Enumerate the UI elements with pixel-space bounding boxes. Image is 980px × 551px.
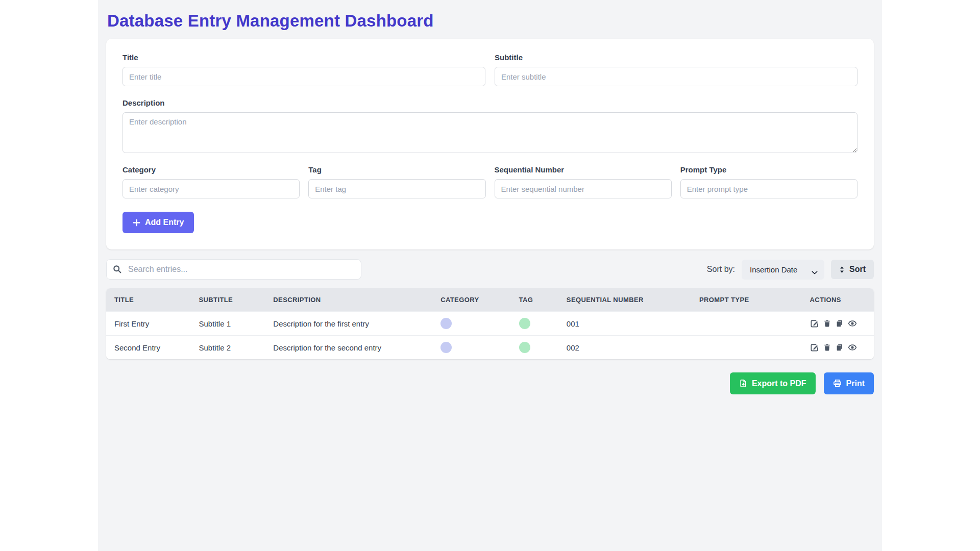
footer-actions: Export to PDF Print bbox=[106, 372, 874, 394]
search-sort-toolbar: Sort by: Insertion Date Sort bbox=[106, 259, 874, 280]
header-tag: TAG bbox=[511, 288, 558, 312]
add-entry-button[interactable]: Add Entry bbox=[122, 212, 194, 233]
edit-button[interactable] bbox=[810, 343, 819, 352]
cell-category bbox=[432, 336, 510, 360]
sequential-number-field-group: Sequential Number bbox=[495, 165, 672, 198]
prompt-type-field-group: Prompt Type bbox=[680, 165, 857, 198]
view-button[interactable] bbox=[848, 319, 857, 328]
category-field-group: Category bbox=[122, 165, 300, 198]
header-title: TITLE bbox=[106, 288, 190, 312]
search-box bbox=[106, 259, 361, 280]
entries-table-card: TITLE SUBTITLE DESCRIPTION CATEGORY TAG … bbox=[106, 288, 874, 359]
search-icon bbox=[113, 265, 121, 276]
search-input[interactable] bbox=[106, 259, 361, 280]
header-description: DESCRIPTION bbox=[265, 288, 432, 312]
edit-icon bbox=[810, 319, 819, 328]
copy-button[interactable] bbox=[836, 343, 843, 352]
tag-input[interactable] bbox=[308, 179, 485, 198]
file-export-icon bbox=[739, 379, 747, 388]
description-label: Description bbox=[122, 98, 857, 107]
eye-icon bbox=[848, 319, 857, 328]
title-field-group: Title bbox=[122, 53, 485, 86]
cell-actions bbox=[802, 312, 874, 336]
sort-arrows-icon bbox=[839, 266, 845, 273]
dashboard-page: Database Entry Management Dashboard Titl… bbox=[98, 0, 882, 551]
sort-select[interactable]: Insertion Date bbox=[742, 260, 824, 280]
entries-table: TITLE SUBTITLE DESCRIPTION CATEGORY TAG … bbox=[106, 288, 874, 359]
trash-icon bbox=[823, 343, 831, 352]
table-header-row: TITLE SUBTITLE DESCRIPTION CATEGORY TAG … bbox=[106, 288, 874, 312]
edit-icon bbox=[810, 343, 819, 352]
description-textarea[interactable] bbox=[122, 112, 857, 153]
delete-button[interactable] bbox=[823, 319, 831, 328]
copy-icon bbox=[836, 343, 843, 352]
prompt-type-input[interactable] bbox=[680, 179, 857, 198]
sort-controls: Sort by: Insertion Date Sort bbox=[707, 260, 874, 280]
sequential-number-label: Sequential Number bbox=[495, 165, 672, 174]
plus-icon bbox=[133, 219, 140, 227]
page-title: Database Entry Management Dashboard bbox=[107, 11, 873, 31]
sequential-number-input[interactable] bbox=[495, 179, 672, 198]
tag-label: Tag bbox=[308, 165, 485, 174]
cell-category bbox=[432, 312, 510, 336]
cell-subtitle: Subtitle 1 bbox=[190, 312, 265, 336]
sort-select-wrap: Insertion Date bbox=[742, 260, 824, 280]
title-label: Title bbox=[122, 53, 485, 62]
delete-button[interactable] bbox=[823, 343, 831, 352]
cell-sequential-number: 001 bbox=[558, 312, 691, 336]
tag-field-group: Tag bbox=[308, 165, 485, 198]
subtitle-label: Subtitle bbox=[495, 53, 857, 62]
category-label: Category bbox=[122, 165, 300, 174]
subtitle-input[interactable] bbox=[495, 67, 857, 86]
edit-button[interactable] bbox=[810, 319, 819, 328]
sort-by-label: Sort by: bbox=[707, 265, 735, 274]
cell-title: Second Entry bbox=[106, 336, 190, 360]
cell-description: Description for the first entry bbox=[265, 312, 432, 336]
printer-icon bbox=[833, 379, 842, 388]
cell-sequential-number: 002 bbox=[558, 336, 691, 360]
header-sequential-number: SEQUENTIAL NUMBER bbox=[558, 288, 691, 312]
sort-button[interactable]: Sort bbox=[831, 260, 874, 279]
print-button-label: Print bbox=[846, 380, 865, 388]
view-button[interactable] bbox=[848, 343, 857, 352]
header-actions: ACTIONS bbox=[802, 288, 874, 312]
sort-button-label: Sort bbox=[849, 265, 866, 273]
title-input[interactable] bbox=[122, 67, 485, 86]
cell-title: First Entry bbox=[106, 312, 190, 336]
cell-description: Description for the second entry bbox=[265, 336, 432, 360]
print-button[interactable]: Print bbox=[824, 372, 874, 394]
cell-prompt-type bbox=[691, 312, 802, 336]
category-badge bbox=[440, 318, 452, 329]
trash-icon bbox=[823, 319, 831, 328]
description-field-group: Description bbox=[122, 98, 857, 153]
prompt-type-label: Prompt Type bbox=[680, 165, 857, 174]
table-row: Second Entry Subtitle 2 Description for … bbox=[106, 336, 874, 360]
cell-prompt-type bbox=[691, 336, 802, 360]
header-prompt-type: PROMPT TYPE bbox=[691, 288, 802, 312]
tag-badge bbox=[519, 318, 530, 329]
subtitle-field-group: Subtitle bbox=[495, 53, 857, 86]
add-entry-button-label: Add Entry bbox=[145, 218, 184, 227]
export-pdf-button-label: Export to PDF bbox=[752, 380, 806, 388]
cell-actions bbox=[802, 336, 874, 360]
category-badge bbox=[440, 342, 452, 353]
eye-icon bbox=[848, 343, 857, 352]
cell-tag bbox=[511, 312, 558, 336]
header-subtitle: SUBTITLE bbox=[190, 288, 265, 312]
tag-badge bbox=[519, 342, 530, 353]
category-input[interactable] bbox=[122, 179, 300, 198]
cell-tag bbox=[511, 336, 558, 360]
copy-icon bbox=[836, 319, 843, 328]
copy-button[interactable] bbox=[836, 319, 843, 328]
table-row: First Entry Subtitle 1 Description for t… bbox=[106, 312, 874, 336]
header-category: CATEGORY bbox=[432, 288, 510, 312]
cell-subtitle: Subtitle 2 bbox=[190, 336, 265, 360]
export-pdf-button[interactable]: Export to PDF bbox=[730, 372, 816, 394]
entry-form-card: Title Subtitle Description Category Tag … bbox=[106, 39, 874, 249]
